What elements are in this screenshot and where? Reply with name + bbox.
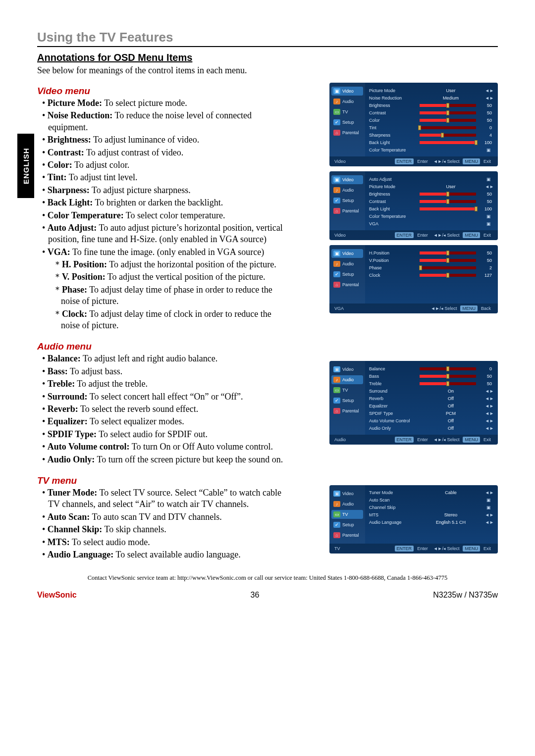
osd-tab-setup[interactable]: ✔Setup xyxy=(331,118,363,127)
osd-row[interactable]: Treble50 xyxy=(369,380,492,387)
osd-tab-setup[interactable]: ✔Setup xyxy=(331,396,363,405)
left-right-icon: ◄► xyxy=(485,88,492,93)
osd-row[interactable]: ReverbOff◄► xyxy=(369,395,492,402)
slider-knob[interactable] xyxy=(446,258,449,263)
osd-tab-tv[interactable]: ▭TV xyxy=(331,386,363,395)
slider-track[interactable] xyxy=(420,200,476,203)
osd-row[interactable]: MTSStereo◄► xyxy=(369,511,492,519)
audio-icon: ♪ xyxy=(333,187,340,193)
slider-track[interactable] xyxy=(420,367,476,370)
osd-row[interactable]: Balance0 xyxy=(369,365,492,372)
item-label: Back Light: xyxy=(48,198,93,207)
osd-tab-tv[interactable]: ▭TV xyxy=(331,510,363,519)
slider-track[interactable] xyxy=(420,252,476,254)
slider-track[interactable] xyxy=(420,375,476,378)
osd-tab-audio[interactable]: ♪Audio xyxy=(331,259,363,268)
osd-row[interactable]: VGA▣ xyxy=(369,220,492,227)
slider-track[interactable] xyxy=(420,382,476,385)
osd-row[interactable]: Back Light100 xyxy=(369,139,492,146)
slider-track[interactable] xyxy=(420,274,476,277)
osd-row[interactable]: Audio LanguageEnglish 5.1 CH◄► xyxy=(369,519,492,526)
osd-tab-video[interactable]: ▣Video xyxy=(331,489,363,498)
list-item: Auto Volume control: To turn On or Off A… xyxy=(42,441,290,453)
slider-track[interactable] xyxy=(420,193,476,196)
osd-tab-setup[interactable]: ✔Setup xyxy=(331,520,363,529)
osd-row[interactable]: Auto Scan▣ xyxy=(369,497,492,504)
osd-row[interactable]: SurroundOn◄► xyxy=(369,387,492,395)
tv-menu-heading: TV menu xyxy=(37,475,322,486)
osd-row[interactable]: Channel Skip▣ xyxy=(369,504,492,511)
osd-row[interactable]: Sharpness4 xyxy=(369,131,492,139)
slider-knob[interactable] xyxy=(446,199,449,204)
slider-track[interactable] xyxy=(420,126,476,129)
osd-row-label: Color xyxy=(369,118,417,123)
slider-track[interactable] xyxy=(420,119,476,122)
osd-row[interactable]: H.Position50 xyxy=(369,249,492,256)
osd-row[interactable]: EqualizerOff◄► xyxy=(369,402,492,409)
slider-knob[interactable] xyxy=(446,251,449,255)
osd-row[interactable]: Color50 xyxy=(369,116,492,124)
osd-tab-video[interactable]: ▣Video xyxy=(331,249,363,258)
slider-track[interactable] xyxy=(420,266,476,269)
osd-row[interactable]: Tuner ModeCable◄► xyxy=(369,489,492,497)
slider-knob[interactable] xyxy=(446,366,449,371)
osd-tab-label: Video xyxy=(342,491,354,496)
slider-track[interactable] xyxy=(420,111,476,114)
osd-row[interactable]: Color Temperature▣ xyxy=(369,146,492,153)
osd-tab-video[interactable]: ▣Video xyxy=(331,365,363,374)
osd-tab-setup[interactable]: ✔Setup xyxy=(331,196,363,205)
osd-tab-tv[interactable]: ▭TV xyxy=(331,107,363,116)
osd-row[interactable]: Auto Volume ControlOff◄► xyxy=(369,417,492,424)
osd-row[interactable]: Auto Adjust▣ xyxy=(369,175,492,183)
osd-tab-video[interactable]: ▣Video xyxy=(331,87,363,96)
slider-knob[interactable] xyxy=(418,125,421,130)
osd-tab-video[interactable]: ▣Video xyxy=(331,175,363,184)
slider-knob[interactable] xyxy=(475,140,478,145)
osd-row[interactable]: Picture ModeUser◄► xyxy=(369,87,492,94)
osd-tab-parental[interactable]: ⌂Parental xyxy=(331,280,363,289)
osd-row-label: Treble xyxy=(369,381,417,386)
osd-tab-parental[interactable]: ⌂Parental xyxy=(331,531,363,540)
slider-knob[interactable] xyxy=(441,133,444,138)
slider-knob[interactable] xyxy=(446,374,449,379)
osd-row[interactable]: V.Position50 xyxy=(369,256,492,264)
slider-knob[interactable] xyxy=(446,103,449,108)
osd-tab-audio[interactable]: ♪Audio xyxy=(331,186,363,195)
osd-tab-audio[interactable]: ♪Audio xyxy=(331,500,363,508)
slider-track[interactable] xyxy=(420,134,476,137)
osd-row[interactable]: Phase2 xyxy=(369,264,492,271)
osd-row[interactable]: Audio OnlyOff◄► xyxy=(369,424,492,432)
slider-knob[interactable] xyxy=(475,206,478,211)
osd-row[interactable]: Color Temperature▣ xyxy=(369,212,492,220)
osd-tab-audio[interactable]: ♪Audio xyxy=(331,375,363,384)
osd-row[interactable]: Back Light100 xyxy=(369,205,492,212)
osd-tab-setup[interactable]: ✔Setup xyxy=(331,270,363,279)
osd-row[interactable]: Contrast50 xyxy=(369,198,492,205)
slider-track[interactable] xyxy=(420,104,476,107)
slider-knob[interactable] xyxy=(446,381,449,386)
slider-knob[interactable] xyxy=(419,265,422,270)
osd-row[interactable]: Picture ModeUser◄► xyxy=(369,183,492,190)
osd-tab-parental[interactable]: ⌂Parental xyxy=(331,406,363,415)
osd-tab-parental[interactable]: ⌂Parental xyxy=(331,128,363,137)
slider-knob[interactable] xyxy=(446,273,449,278)
osd-row[interactable]: Tint0 xyxy=(369,124,492,131)
osd-row[interactable]: Brightness50 xyxy=(369,190,492,198)
osd-row[interactable]: Brightness50 xyxy=(369,101,492,109)
slider-knob[interactable] xyxy=(446,110,449,115)
slider-track[interactable] xyxy=(420,259,476,262)
slider-track[interactable] xyxy=(420,207,476,210)
osd-row[interactable]: Noise ReductionMedium◄► xyxy=(369,94,492,101)
osd-row[interactable]: Contrast50 xyxy=(369,109,492,116)
osd-sidebar: ▣Video♪Audio✔Setup⌂Parental xyxy=(329,171,365,230)
osd-panel: ▣Video♪Audio▭TV✔Setup⌂ParentalTuner Mode… xyxy=(329,485,498,554)
enter-icon: ▣ xyxy=(485,505,492,510)
osd-row[interactable]: Clock127 xyxy=(369,271,492,279)
osd-tab-audio[interactable]: ♪Audio xyxy=(331,97,363,106)
osd-row[interactable]: Bass50 xyxy=(369,372,492,380)
osd-row[interactable]: SPDIF TypePCM◄► xyxy=(369,409,492,417)
slider-knob[interactable] xyxy=(446,192,449,197)
osd-tab-parental[interactable]: ⌂Parental xyxy=(331,206,363,215)
slider-knob[interactable] xyxy=(446,118,449,123)
slider-track[interactable] xyxy=(420,141,476,144)
